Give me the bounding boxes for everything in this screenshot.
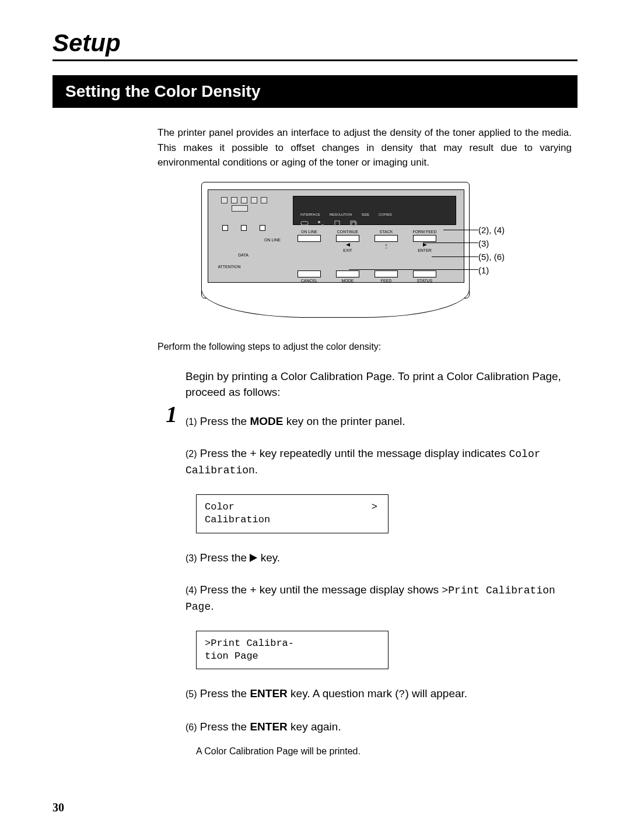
svg-rect-0 [301,222,308,225]
button-row-1: ON LINE CONTINUE EXIT STACK + − [290,230,444,252]
substep-num: (5) [186,689,197,699]
substep-text: Press the + key until the message displa… [200,584,442,596]
callout-line [349,269,478,270]
key-enter: ENTER [250,687,287,700]
key-enter: ENTER [250,720,287,733]
arrow-right-icon [250,554,257,562]
printer-panel-diagram: INTERFACE RESOLUTION SIZE COPIES [201,182,528,328]
page-number: 30 [52,801,64,814]
substep-num: (6) [186,722,197,732]
substep-1: (1) Press the MODE key on the printer pa… [186,413,572,430]
stack-key [374,235,398,242]
page-header: Setup [52,29,578,61]
substep-text: Press the + key repeatedly until the mes… [200,447,509,459]
display-line: tion Page [205,650,380,663]
output-icon [261,197,267,203]
lcd-display-box: >Print Calibra- tion Page [196,631,388,669]
minus-label: − [367,246,405,250]
attention-label: ATTENTION [212,265,247,269]
lcd-screen: INTERFACE RESOLUTION SIZE COPIES [293,196,456,225]
lcd-label: COPIES [379,213,392,216]
enter-label: ENTER [405,248,444,252]
tray-icon [221,197,228,203]
btn-online-label: ON LINE [290,230,328,234]
tray-icon [231,197,237,203]
left-status-icons [221,197,267,212]
svg-rect-4 [351,221,355,226]
tray-icon [251,197,257,203]
btn-continue-label: CONTINUE [328,230,367,234]
callout-3: (3) [478,238,489,248]
resolution-icon [317,220,325,228]
callout-1: (1) [478,265,489,275]
svg-point-1 [318,221,320,223]
button-row-2: CANCEL MODE FEED STATUS [290,270,444,283]
step-intro: Begin by printing a Color Calibration Pa… [186,368,572,400]
lcd-label: RESOLUTION [330,213,352,216]
substep-2: (2) Press the + key repeatedly until the… [186,445,572,478]
callout-line [432,256,478,257]
perform-text: Perform the following steps to adjust th… [158,342,572,352]
substep-num: (3) [186,553,197,563]
substep-4: (4) Press the + key until the message di… [186,582,572,614]
arrow-right-icon [423,243,427,247]
display-line: Color [205,501,380,514]
result-text: A Color Calibration Page will be printed… [196,746,572,757]
svg-point-2 [321,224,324,227]
led-icon [222,225,228,231]
btn-stack-label: STACK [367,230,405,234]
callout-24: (2), (4) [478,225,505,235]
copies-icon [349,220,358,228]
substep-text: Press the [200,415,250,427]
diagram-base [201,290,470,318]
display-line: >Print Calibra- [205,637,380,650]
formfeed-key [413,235,436,242]
callout-56: (5), (6) [478,252,505,262]
substep-num: (4) [186,585,197,595]
substep-text: key again. [288,720,341,733]
online-label: ON LINE [255,238,290,242]
substep-6: (6) Press the ENTER key again. [186,719,572,735]
diagram-frame: INTERFACE RESOLUTION SIZE COPIES [201,182,470,298]
display-line: Calibration [205,514,380,526]
key-mode: MODE [250,415,283,427]
step-number: 1 [158,400,186,428]
btn-mode-label: MODE [328,279,367,283]
led-icon [241,225,247,231]
substep-text: key. A question mark ( [288,687,399,700]
mono-text: ? [399,688,405,700]
lcd-label: SIZE [362,213,369,216]
tray-long-icon [232,205,248,212]
substep-text: . [211,600,214,612]
display-arrow: > [372,501,377,514]
substep-3: (3) Press the key. [186,550,572,566]
status-key [413,270,436,277]
substep-num: (2) [186,449,197,459]
substep-text: ) will appear. [405,687,467,700]
continue-key [336,235,359,242]
cancel-key [298,270,321,277]
svg-rect-5 [352,222,356,227]
lcd-display-box: Color > Calibration [196,494,388,533]
callout-line [423,242,478,243]
feed-key [374,270,398,277]
substep-text: key on the printer panel. [283,415,405,427]
substep-num: (1) [186,417,197,427]
tray-icon [241,197,247,203]
substep-text: Press the [200,720,250,733]
status-leds [222,225,265,231]
diagram-panel: INTERFACE RESOLUTION SIZE COPIES [208,189,464,283]
data-label: DATA [226,253,261,257]
lcd-label: INTERFACE [300,213,320,216]
arrow-left-icon [346,243,350,247]
size-icon [333,220,341,228]
btn-cancel-label: CANCEL [290,279,328,283]
online-key [298,235,321,242]
substep-text: Press the [200,687,250,700]
btn-formfeed-label: FORM FEED [405,230,444,234]
mode-key [336,270,359,277]
btn-feed-label: FEED [367,279,405,283]
substep-text: Press the [200,551,250,564]
section-title-bar: Setting the Color Density [52,75,578,108]
led-icon [260,225,265,231]
